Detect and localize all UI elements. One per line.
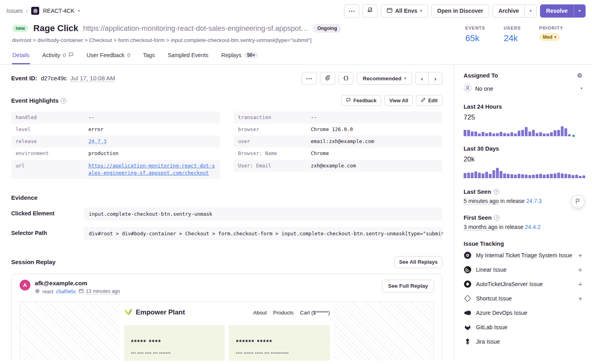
calendar-icon [79,288,84,294]
add-issue-button[interactable]: + [578,295,582,302]
issue-tracking-item: Shortcut Issue+ [464,291,582,306]
chart-bar [546,133,549,136]
events-stat-value[interactable]: 65k [465,33,485,44]
chart-bar [528,175,531,178]
release-marker-dot [572,135,575,137]
see-full-replay-button[interactable]: See Full Replay [382,280,434,292]
chevron-down-icon[interactable]: ▾ [78,9,80,13]
new-badge: new [12,25,28,32]
json-view-button[interactable]: {} [338,72,354,85]
event-more-button[interactable]: ⋯ [302,72,317,85]
preview-product-title: ***** **** [131,339,218,346]
resolve-dropdown-button[interactable]: ▾ [574,4,586,18]
archive-button[interactable]: Archive [492,4,525,18]
flag-icon [575,198,581,205]
event-id-label: Event ID: [11,75,37,82]
users-stat-label: USERS [504,26,521,30]
tab-details[interactable]: Details [12,48,30,64]
chart-bar [518,174,520,178]
event-timestamp[interactable]: Jul 17, 10:08 AM [70,75,115,82]
assigned-to-title: Assigned To [464,72,498,79]
chart-bar [467,130,470,136]
view-all-button[interactable]: View All [384,95,413,106]
issue-stats: EVENTS 65k USERS 24k PRIORITY Med ▾ [465,23,580,44]
first-seen-text: in release [499,224,524,230]
chart-bar [532,175,535,178]
previous-event-button[interactable]: ‹ [415,72,429,85]
session-replay-title: Session Replay [11,259,56,265]
environment-selector-button[interactable]: All Envs ▾ [381,4,428,18]
edit-button[interactable]: Edit [416,95,442,106]
tab-activity[interactable]: Activity 0 [42,48,74,64]
person-dashed-icon [464,84,472,93]
first-seen-release-link[interactable]: 24.4.2 [525,224,540,230]
chart-bar [489,174,492,178]
tab-user-feedback[interactable]: User Feedback 0 [86,48,130,64]
tab-sampled-events-label: Sampled Events [168,52,208,58]
table-row: useremail:zxh@example.com [234,135,442,147]
preview-nav-item: Cart ($******) [300,310,330,316]
gear-icon[interactable]: ⚙ [577,72,582,79]
last-seen-release-link[interactable]: 24.7.3 [526,198,542,204]
chart-bar [474,171,477,178]
help-icon[interactable]: ? [61,98,66,103]
last-seen-text: in release [500,198,525,204]
event-id-row: Event ID: d27ce49c Jul 17, 10:08 AM [11,75,115,82]
archive-dropdown-button[interactable]: ▾ [525,4,537,18]
help-icon[interactable]: ? [494,189,499,195]
last-30d-chart [464,167,585,178]
feedback-float-button[interactable] [571,195,584,208]
chart-bar [514,175,517,178]
tab-tags-label: Tags [143,52,155,58]
breadcrumb-issue-id[interactable]: REACT-4CK [43,8,74,14]
resolve-button[interactable]: Resolve [540,4,574,18]
preview-product-title: ****** ***** [236,339,323,346]
see-all-replays-button[interactable]: See All Replays [394,256,442,268]
replay-card: A afk@example.com react c5af0e5c 13 minu… [11,274,442,361]
breadcrumb-issues-link[interactable]: Issues [6,8,22,14]
users-stat: USERS 24k [504,26,521,44]
tab-tags[interactable]: Tags [143,48,156,64]
last-seen-time[interactable]: 5 minutes ago [464,198,499,205]
table-row: release24.7.3 [11,135,220,147]
next-event-button[interactable]: › [429,72,442,85]
chart-bar [554,130,556,136]
users-stat-value[interactable]: 24k [504,33,521,44]
replay-id-link[interactable]: c5af0e5c [56,289,76,294]
help-icon[interactable]: ? [494,215,500,221]
feedback-button[interactable]: Feedback [341,95,381,106]
url-link[interactable]: https://application-monitoring-react-dot… [88,162,216,177]
preview-product-text: *** **** **** *** ******* [131,352,218,355]
event-navigation-selector[interactable]: Recommended ▾ [357,72,412,85]
chart-bar [510,174,513,178]
issue-tracking-label: AutoTicketJiraServer Issue [476,281,543,287]
add-issue-button[interactable]: + [578,280,582,288]
issue-tabs: Details Activity 0 User Feedback 0 Tags … [0,48,592,65]
event-navigation-label: Recommended [363,76,402,82]
chart-bar [492,133,495,136]
replay-preview[interactable]: Empower Plant About Products Cart ($****… [20,301,434,361]
replay-time-ago[interactable]: 13 minutes ago [86,288,120,294]
resolve-split-button: Resolve ▾ [540,4,586,18]
chevron-down-icon: ▾ [554,36,556,39]
more-actions-button[interactable]: ⋯ [344,4,359,18]
add-issue-button[interactable]: + [578,266,582,274]
add-issue-button[interactable]: + [578,252,582,259]
assignee-selector[interactable]: No one ▾ [464,83,582,94]
priority-selector[interactable]: Med ▾ [539,33,560,41]
tab-details-label: Details [12,52,30,58]
events-stat-label: EVENTS [465,26,485,30]
tab-replays[interactable]: Replays 50+ [221,48,258,64]
first-seen-time[interactable]: 3 months ago [464,224,498,231]
release-link[interactable]: 24.7.3 [88,138,216,145]
attachments-button[interactable] [320,72,335,85]
chart-bar [543,175,546,178]
tab-sampled-events[interactable]: Sampled Events [167,48,209,64]
issue-header: new Rage Click https://application-monit… [0,22,592,48]
open-in-discover-button[interactable]: Open in Discover [431,4,489,18]
chart-bar [568,174,571,178]
issue-tracking-item: My Internal Ticket Triage System Issue+ [464,248,582,263]
chart-bar [485,133,488,136]
last-seen-title: Last Seen [464,189,491,195]
mute-notifications-button[interactable] [362,4,378,18]
